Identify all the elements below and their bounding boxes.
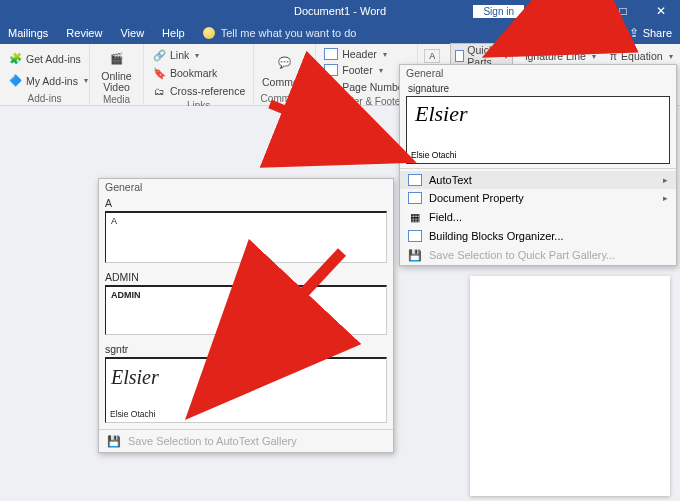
title-bar: Document1 - Word Sign in ▭ — □ ✕ bbox=[0, 0, 680, 22]
qp-category: General bbox=[400, 65, 676, 81]
save-selection-icon: 💾 bbox=[408, 248, 422, 262]
at-entry-sgntr-preview[interactable]: Elsier Elsie Otachi bbox=[105, 357, 387, 423]
at-category: General bbox=[99, 179, 393, 195]
tell-me-placeholder: Tell me what you want to do bbox=[221, 27, 357, 39]
share-label: Share bbox=[643, 27, 672, 39]
lightbulb-icon bbox=[203, 27, 215, 39]
submenu-arrow-icon: ▸ bbox=[663, 175, 668, 185]
pi-icon: π bbox=[610, 50, 617, 62]
header-icon bbox=[324, 48, 338, 60]
menu-building-blocks[interactable]: Building Blocks Organizer... bbox=[400, 227, 676, 245]
header-button[interactable]: Header bbox=[322, 47, 419, 61]
signature-name: Elsie Otachi bbox=[411, 150, 456, 160]
online-video-button[interactable]: 🎬 OnlineVideo bbox=[96, 47, 137, 93]
at-entry-admin-preview[interactable]: ADMIN bbox=[105, 285, 387, 335]
share-icon: ⇪ bbox=[629, 27, 639, 39]
at-entry-a-preview[interactable]: A bbox=[105, 211, 387, 263]
autotext-icon bbox=[408, 174, 422, 186]
close-icon[interactable]: ✕ bbox=[646, 4, 676, 18]
tab-view[interactable]: View bbox=[120, 27, 144, 39]
sign-in-button[interactable]: Sign in bbox=[473, 5, 524, 18]
store-icon: 🧩 bbox=[8, 52, 22, 66]
signature-script: Elsier bbox=[415, 101, 661, 127]
footer-icon bbox=[324, 64, 338, 76]
signature-line-button[interactable]: ignature Line bbox=[523, 49, 598, 63]
quick-parts-icon bbox=[455, 50, 464, 62]
document-page[interactable] bbox=[470, 276, 670, 496]
group-label-media: Media bbox=[96, 93, 137, 105]
docprop-icon bbox=[408, 192, 422, 204]
share-button[interactable]: ⇪ Share bbox=[629, 27, 672, 39]
at-entry-a-label: A bbox=[99, 195, 393, 209]
addins-icon: 🔷 bbox=[8, 74, 22, 88]
crossref-icon: 🗂 bbox=[152, 84, 166, 98]
tab-review[interactable]: Review bbox=[66, 27, 102, 39]
building-blocks-icon bbox=[408, 230, 422, 242]
tab-mailings[interactable]: Mailings bbox=[8, 27, 48, 39]
menu-autotext[interactable]: AutoText ▸ bbox=[400, 171, 676, 189]
menu-save-quickpart: 💾 Save Selection to Quick Part Gallery..… bbox=[400, 245, 676, 265]
autotext-flyout: General A A ADMIN ADMIN sgntr Elsier Els… bbox=[98, 178, 394, 453]
tell-me-search[interactable]: Tell me what you want to do bbox=[203, 27, 357, 39]
display-mode-icon[interactable]: ▭ bbox=[532, 4, 562, 18]
at-save-selection: 💾 Save Selection to AutoText Gallery bbox=[99, 429, 393, 452]
page-number-icon: # bbox=[324, 80, 338, 94]
cross-reference-button[interactable]: 🗂Cross-reference bbox=[150, 83, 247, 99]
ribbon-tabs: Mailings Review View Help Tell me what y… bbox=[0, 22, 680, 44]
window-title: Document1 - Word bbox=[294, 5, 386, 17]
link-icon: 🔗 bbox=[152, 48, 166, 62]
tab-help[interactable]: Help bbox=[162, 27, 185, 39]
qp-preview[interactable]: Elsier Elsie Otachi bbox=[406, 96, 670, 164]
submenu-arrow-icon: ▸ bbox=[663, 193, 668, 203]
save-selection-icon: 💾 bbox=[107, 434, 121, 448]
bookmark-icon: 🔖 bbox=[152, 66, 166, 80]
qp-entry-name: signature bbox=[400, 81, 676, 96]
text-box-button[interactable]: A bbox=[424, 49, 440, 63]
bookmark-button[interactable]: 🔖Bookmark bbox=[150, 65, 247, 81]
comment-icon: 💬 bbox=[272, 52, 298, 74]
field-icon: ▦ bbox=[408, 210, 422, 224]
at-entry-sgntr-label: sgntr bbox=[99, 341, 393, 355]
link-button[interactable]: 🔗Link bbox=[150, 47, 247, 63]
group-label-addins: Add-ins bbox=[6, 92, 83, 104]
menu-field[interactable]: ▦ Field... bbox=[400, 207, 676, 227]
equation-button[interactable]: π Equation bbox=[608, 49, 675, 63]
get-addins-button[interactable]: 🧩Get Add-ins bbox=[6, 51, 90, 67]
maximize-icon[interactable]: □ bbox=[608, 4, 638, 18]
at-signature-name: Elsie Otachi bbox=[110, 409, 155, 419]
my-addins-button[interactable]: 🔷My Add-ins bbox=[6, 73, 90, 89]
minimize-icon[interactable]: — bbox=[570, 4, 600, 18]
group-label-comments: Comments bbox=[260, 92, 309, 104]
at-entry-admin-label: ADMIN bbox=[99, 269, 393, 283]
comment-button[interactable]: 💬 Comment bbox=[260, 47, 309, 92]
quick-parts-flyout: General signature Elsier Elsie Otachi Au… bbox=[399, 64, 677, 266]
menu-document-property[interactable]: Document Property ▸ bbox=[400, 189, 676, 207]
video-icon: 🎬 bbox=[104, 47, 130, 69]
at-signature-script: Elsier bbox=[111, 366, 381, 389]
